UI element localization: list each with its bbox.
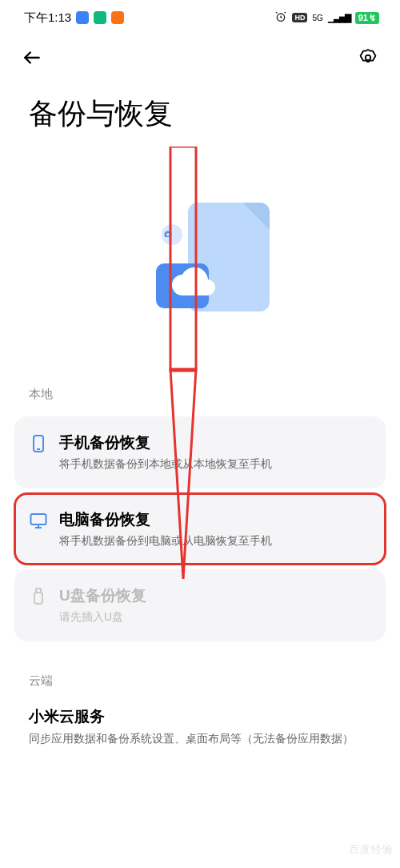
status-left: 下午1:13	[24, 10, 124, 26]
page-title: 备份与恢复	[0, 80, 400, 142]
phone-backup-card[interactable]: 手机备份恢复 将手机数据备份到本地或从本地恢复至手机	[14, 416, 386, 488]
section-label-cloud: 云端	[0, 646, 400, 698]
signal-icon: ▁▃▅▇	[328, 13, 350, 23]
mi-cloud-item[interactable]: 小米云服务 同步应用数据和备份系统设置、桌面布局等（无法备份应用数据）	[0, 698, 400, 747]
mi-cloud-subtitle: 同步应用数据和备份系统设置、桌面布局等（无法备份应用数据）	[29, 730, 371, 747]
status-time: 下午1:13	[24, 10, 71, 26]
nav-bar	[0, 35, 400, 80]
usb-backup-title: U盘备份恢复	[59, 585, 371, 606]
svg-rect-14	[36, 589, 41, 593]
battery-icon: 91↯	[355, 12, 379, 24]
svg-rect-10	[31, 514, 46, 524]
usb-backup-subtitle: 请先插入U盘	[59, 609, 371, 625]
watermark: 百度经验	[349, 842, 394, 857]
back-button[interactable]	[18, 43, 46, 72]
computer-backup-title: 电脑备份恢复	[59, 509, 371, 530]
mi-cloud-title: 小米云服务	[29, 706, 371, 727]
usb-backup-card[interactable]: U盘备份恢复 请先插入U盘	[14, 569, 386, 641]
phone-backup-subtitle: 将手机数据备份到本地或从本地恢复至手机	[59, 456, 371, 472]
app-indicator-2	[94, 11, 106, 24]
alarm-icon	[274, 10, 287, 26]
status-bar: 下午1:13 HD 5G ▁▃▅▇ 91↯	[0, 0, 400, 35]
hd-icon: HD	[292, 13, 307, 22]
status-right: HD 5G ▁▃▅▇ 91↯	[274, 10, 379, 26]
app-indicator-1	[76, 11, 89, 24]
svg-rect-13	[34, 593, 42, 604]
network-label: 5G	[312, 14, 322, 22]
svg-point-6	[166, 233, 170, 236]
settings-button[interactable]	[354, 43, 382, 72]
phone-backup-title: 手机备份恢复	[59, 432, 371, 453]
phone-icon	[29, 434, 48, 453]
svg-point-1	[366, 55, 370, 60]
svg-rect-7	[164, 237, 172, 242]
computer-backup-subtitle: 将手机数据备份到电脑或从电脑恢复至手机	[59, 533, 371, 549]
computer-backup-card[interactable]: 电脑备份恢复 将手机数据备份到电脑或从电脑恢复至手机	[14, 493, 386, 565]
app-indicator-3	[111, 11, 124, 24]
monitor-icon	[29, 511, 48, 530]
section-label-local: 本地	[0, 374, 400, 412]
backup-illustration	[0, 142, 400, 374]
usb-icon	[29, 587, 48, 606]
